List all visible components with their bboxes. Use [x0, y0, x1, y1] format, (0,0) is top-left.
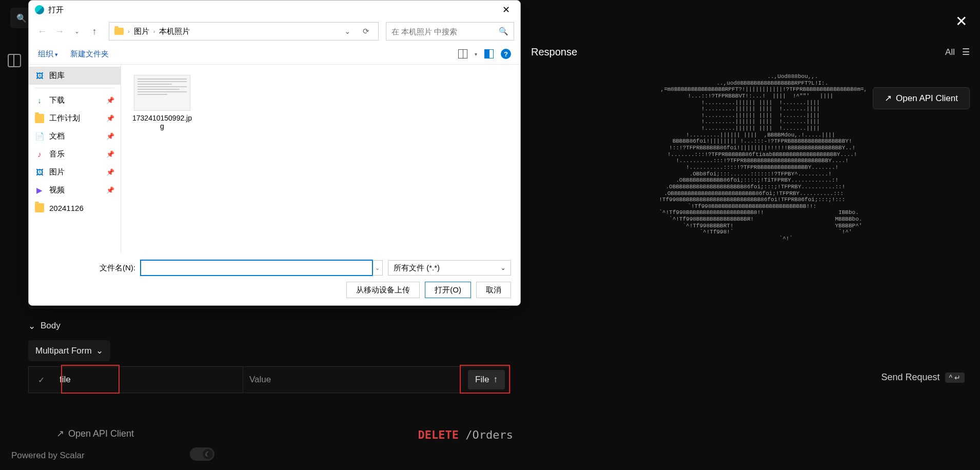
pin-icon: 📌 [106, 186, 114, 194]
breadcrumb-dropdown-icon[interactable]: ⌄ [340, 27, 355, 36]
file-list[interactable]: 1732410150992.jpg [121, 65, 520, 253]
music-icon: ♪ [35, 150, 44, 159]
filter-label: 所有文件 (*.*) [394, 263, 440, 273]
search-icon: 🔍 [499, 27, 508, 36]
breadcrumb-item[interactable]: 图片 [134, 27, 149, 36]
sidebar-label: 20241126 [49, 204, 84, 212]
external-link-icon: ↗ [56, 428, 64, 439]
upload-mobile-button[interactable]: 从移动设备上传 [346, 282, 420, 298]
filter-icon[interactable]: ☰ [962, 47, 970, 57]
highlight-marker [61, 365, 120, 394]
view-mode-icon[interactable] [458, 49, 467, 58]
pictures-icon: 🖼 [35, 168, 44, 177]
pin-icon: 📌 [106, 168, 114, 176]
sidebar-item-downloads[interactable]: ↓ 下载 📌 [29, 91, 121, 109]
send-request-hint: Send Request ^ ↵ [881, 372, 965, 383]
body-type-select[interactable]: Multipart Form ⌄ [28, 340, 110, 361]
nav-dropdown-icon[interactable]: ⌄ [70, 24, 84, 38]
download-icon: ↓ [35, 96, 44, 105]
sidebar-label: 视频 [49, 185, 65, 195]
filename-dropdown-icon[interactable]: ⌄ [373, 260, 383, 276]
help-icon[interactable]: ? [501, 49, 511, 59]
chevron-down-icon: ⌄ [96, 345, 103, 356]
refresh-icon[interactable]: ⟳ [359, 27, 373, 36]
search-input[interactable]: 🔍 [386, 22, 514, 41]
powered-by: Powered by Scalar [11, 451, 85, 461]
filename-input[interactable] [141, 260, 373, 276]
sidebar-label: 下载 [49, 95, 65, 105]
divider [35, 88, 114, 88]
video-icon: ▶ [35, 186, 44, 195]
open-api-client-button[interactable]: ↗ Open API Client [873, 87, 970, 109]
moon-icon: ☾ [205, 451, 211, 458]
breadcrumb[interactable]: › 图片 › 本机照片 ⌄ ⟳ [109, 22, 379, 41]
gallery-icon: 🖼 [35, 71, 44, 81]
search-field[interactable] [391, 27, 499, 36]
pin-icon: 📌 [106, 150, 114, 158]
dialog-sidebar: 🖼 图库 ↓ 下载 📌 工作计划 📌 📄 文档 📌 ♪ 音乐 [29, 65, 121, 253]
breadcrumb-item[interactable]: 本机照片 [159, 27, 190, 36]
multipart-label: Multipart Form [35, 346, 92, 356]
new-folder-button[interactable]: 新建文件夹 [70, 49, 109, 59]
sidebar-label: 工作计划 [49, 113, 80, 123]
body-section[interactable]: ⌄ Body [28, 317, 511, 335]
chevron-right-icon: › [153, 28, 155, 34]
filename-label: 文件名(N): [38, 263, 135, 273]
file-item[interactable]: 1732410150992.jpg [131, 75, 193, 130]
folder-icon [114, 28, 124, 35]
sidebar-label: 图片 [49, 167, 65, 177]
open-api-label: Open API Client [896, 93, 958, 104]
external-link-icon: ↗ [885, 93, 892, 104]
sidebar-label: 文档 [49, 131, 65, 141]
document-icon: 📄 [35, 132, 44, 141]
filter-all[interactable]: All [945, 47, 955, 57]
sidebar-item-workplan[interactable]: 工作计划 📌 [29, 109, 121, 127]
theme-toggle[interactable]: ☾ [190, 447, 214, 461]
sidebar-label: 图库 [49, 71, 65, 81]
dialog-title: 打开 [48, 5, 64, 15]
chevron-right-icon: › [128, 28, 130, 34]
body-value-input[interactable]: Value [243, 367, 463, 393]
view-dropdown-icon[interactable]: ▾ [475, 51, 477, 57]
sidebar-item-documents[interactable]: 📄 文档 📌 [29, 127, 121, 145]
close-icon[interactable]: ✕ [498, 3, 514, 16]
close-icon[interactable]: ✕ [955, 13, 967, 30]
kbd-shortcut: ^ ↵ [945, 373, 965, 383]
nav-back-icon[interactable]: ← [35, 24, 49, 38]
preview-pane-icon[interactable] [484, 49, 494, 58]
sidebar-item-folder-date[interactable]: 20241126 [29, 199, 121, 217]
chevron-down-icon: ⌄ [28, 322, 35, 329]
row-check[interactable]: ✓ [29, 367, 53, 393]
nav-up-icon[interactable]: ↑ [87, 24, 102, 38]
file-name: 1732410150992.jpg [131, 114, 193, 130]
sidebar-item-pictures[interactable]: 🖼 图片 📌 [29, 163, 121, 181]
file-filter-select[interactable]: 所有文件 (*.*) ⌄ [388, 260, 511, 276]
open-button[interactable]: 打开(O) [425, 282, 471, 298]
file-thumbnail [134, 75, 190, 111]
sidebar-label: 音乐 [49, 149, 65, 159]
file-open-dialog: 打开 ✕ ← → ⌄ ↑ › 图片 › 本机照片 ⌄ ⟳ 🔍 组织 新建文件夹 … [28, 0, 521, 306]
open-api-link[interactable]: ↗ Open API Client [56, 428, 134, 439]
folder-icon [35, 114, 44, 123]
highlight-marker [460, 365, 510, 394]
sidebar-item-videos[interactable]: ▶ 视频 📌 [29, 181, 121, 199]
endpoint-display: DELETE /Orders [418, 428, 513, 441]
nav-forward-icon[interactable]: → [52, 24, 67, 38]
sidebar-item-music[interactable]: ♪ 音乐 📌 [29, 145, 121, 163]
sidebar-item-gallery[interactable]: 🖼 图库 [29, 67, 121, 85]
chevron-down-icon: ⌄ [501, 265, 505, 271]
pin-icon: 📌 [106, 132, 114, 140]
pin-icon: 📌 [106, 114, 114, 122]
response-title: Response [531, 46, 577, 58]
folder-icon [35, 203, 44, 212]
app-icon [35, 5, 44, 14]
pin-icon: 📌 [106, 96, 114, 104]
panel-toggle-icon[interactable] [8, 54, 21, 67]
body-label: Body [41, 321, 61, 331]
organize-menu[interactable]: 组织 [38, 49, 58, 59]
cancel-button[interactable]: 取消 [476, 282, 511, 298]
